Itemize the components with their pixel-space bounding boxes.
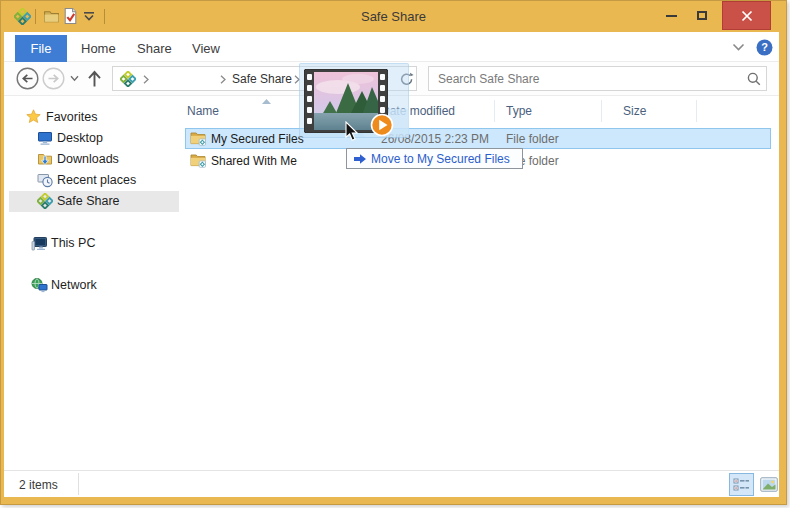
close-icon [741, 10, 753, 22]
sidebar-item-recent-places[interactable]: Recent places [57, 173, 136, 187]
up-button[interactable] [87, 69, 102, 88]
tab-file[interactable]: File [15, 35, 67, 62]
this-pc-icon [31, 235, 48, 252]
sidebar-item-desktop[interactable]: Desktop [57, 131, 103, 145]
sidebar-item-favorites[interactable]: Favorites [46, 110, 97, 124]
drag-move-tooltip: Move to My Secured Files [346, 148, 523, 169]
svg-text:?: ? [761, 41, 768, 53]
details-view-icon [733, 477, 750, 492]
search-input[interactable] [438, 68, 738, 89]
forward-button[interactable] [42, 67, 65, 90]
breadcrumb-chevron-icon[interactable] [143, 75, 149, 84]
tab-view[interactable]: View [192, 35, 220, 62]
recent-places-icon [37, 172, 53, 188]
file-name[interactable]: Shared With Me [211, 154, 297, 168]
safe-share-icon [37, 193, 53, 209]
sidebar-item-network[interactable]: Network [51, 278, 97, 292]
column-header-size[interactable]: Size [623, 104, 646, 118]
close-button[interactable] [722, 1, 771, 30]
screenshot-canvas: Safe Share File Home Share View ? [0, 0, 790, 508]
help-button[interactable]: ? [756, 39, 773, 56]
favorites-star-icon [26, 109, 41, 124]
sort-ascending-icon [262, 99, 271, 104]
status-bar [4, 470, 779, 497]
downloads-icon [37, 151, 53, 167]
file-type: File folder [506, 132, 559, 146]
maximize-icon [697, 11, 707, 20]
column-header-name[interactable]: Name [187, 104, 219, 118]
folder-icon [190, 130, 206, 146]
minimize-icon [666, 15, 677, 17]
minimize-button[interactable] [657, 1, 686, 30]
breadcrumb-chevron-icon[interactable] [220, 75, 226, 84]
sidebar-item-this-pc[interactable]: This PC [51, 236, 95, 250]
ribbon-tab-bar [4, 32, 779, 62]
large-icons-view-button[interactable] [756, 473, 781, 496]
large-icons-view-icon [760, 477, 778, 492]
column-divider[interactable] [494, 100, 495, 122]
column-divider[interactable] [696, 100, 697, 122]
breadcrumb-item-safe-share[interactable]: Safe Share [232, 72, 292, 86]
search-icon[interactable] [747, 72, 761, 86]
sidebar-item-downloads[interactable]: Downloads [57, 152, 119, 166]
tab-home[interactable]: Home [81, 35, 116, 62]
search-box[interactable] [428, 66, 767, 91]
folder-icon [190, 152, 206, 168]
back-button[interactable] [16, 67, 39, 90]
details-view-button[interactable] [729, 473, 754, 496]
network-icon [31, 277, 48, 294]
play-button-icon [370, 113, 394, 137]
title-bar[interactable]: Safe Share [1, 1, 786, 32]
drag-move-tooltip-label: Move to My Secured Files [371, 152, 510, 166]
ribbon-collapse-chevron-icon[interactable] [732, 43, 745, 52]
sidebar-item-safe-share[interactable]: Safe Share [57, 194, 120, 208]
tab-share[interactable]: Share [137, 35, 172, 62]
breadcrumb-location-icon [120, 71, 136, 87]
recent-locations-chevron-icon[interactable] [70, 75, 79, 82]
desktop-icon [37, 130, 53, 146]
move-arrow-icon [353, 153, 367, 165]
item-count: 2 items [19, 478, 58, 492]
status-divider [78, 473, 79, 495]
maximize-button[interactable] [687, 1, 716, 30]
explorer-window: Safe Share File Home Share View ? [0, 0, 787, 505]
file-name[interactable]: My Secured Files [211, 132, 304, 146]
column-divider[interactable] [601, 100, 602, 122]
column-header-type[interactable]: Type [506, 104, 532, 118]
mouse-cursor [345, 121, 360, 142]
